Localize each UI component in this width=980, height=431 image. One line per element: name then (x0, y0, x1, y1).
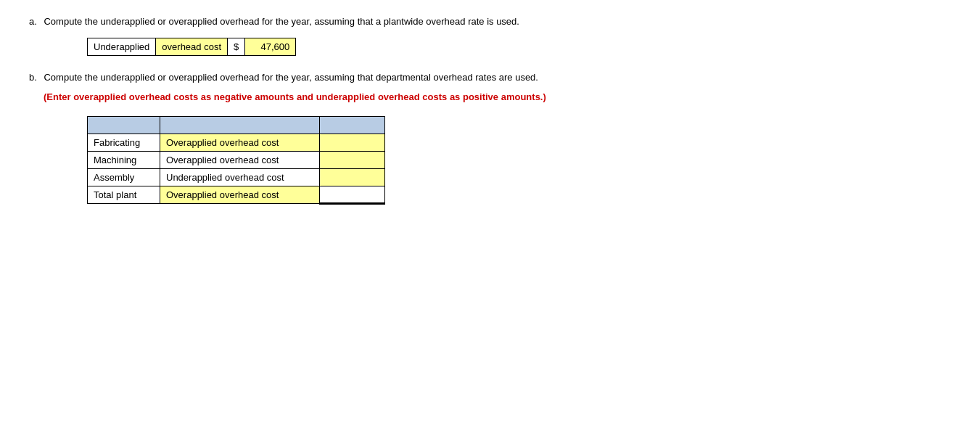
total-plant-row: Total plant Overapplied overhead cost (88, 186, 385, 203)
part-b-instruction: (Enter overapplied overhead costs as neg… (44, 90, 951, 104)
machining-label: Machining (88, 151, 160, 168)
part-a-letter: a. (29, 16, 37, 27)
machining-desc: Overapplied overhead cost (160, 151, 320, 168)
part-b-instruction-red: (Enter overapplied overhead costs as neg… (44, 91, 546, 102)
header-col3 (320, 116, 385, 134)
fabricating-value[interactable] (320, 134, 385, 151)
fabricating-row: Fabricating Overapplied overhead cost (88, 134, 385, 151)
assembly-row: Assembly Underapplied overhead cost (88, 168, 385, 186)
total-plant-value[interactable] (320, 186, 385, 203)
assembly-desc: Underapplied overhead cost (160, 168, 320, 186)
fabricating-label: Fabricating (88, 134, 160, 151)
part-a-table: Underapplied overhead cost $ 47,600 (87, 38, 296, 56)
overhead-cost-value[interactable]: 47,600 (245, 38, 296, 55)
machining-row: Machining Overapplied overhead cost (88, 151, 385, 168)
table-header-row (88, 116, 385, 134)
part-b-section: b. Compute the underapplied or overappli… (29, 70, 951, 205)
part-a-text: Compute the underapplied or overapplied … (44, 16, 519, 27)
part-a-row: Underapplied overhead cost $ 47,600 (88, 38, 296, 55)
assembly-label: Assembly (88, 168, 160, 186)
total-plant-desc: Overapplied overhead cost (160, 186, 320, 203)
dollar-sign: $ (228, 38, 245, 55)
header-col2 (160, 116, 320, 134)
part-b-letter: b. (29, 72, 37, 83)
part-a-section: a. Compute the underapplied or overappli… (29, 15, 951, 56)
part-b-label: b. Compute the underapplied or overappli… (29, 70, 951, 85)
assembly-value[interactable] (320, 168, 385, 186)
fabricating-desc: Overapplied overhead cost (160, 134, 320, 151)
part-a-label: a. Compute the underapplied or overappli… (29, 15, 951, 29)
part-b-text: Compute the underapplied or overapplied … (44, 72, 538, 83)
part-b-table: Fabricating Overapplied overhead cost Ma… (87, 116, 385, 205)
machining-value[interactable] (320, 151, 385, 168)
header-col1 (88, 116, 160, 134)
underapplied-label: Underapplied (88, 38, 156, 55)
overhead-cost-label: overhead cost (156, 38, 228, 55)
total-plant-label: Total plant (88, 186, 160, 203)
